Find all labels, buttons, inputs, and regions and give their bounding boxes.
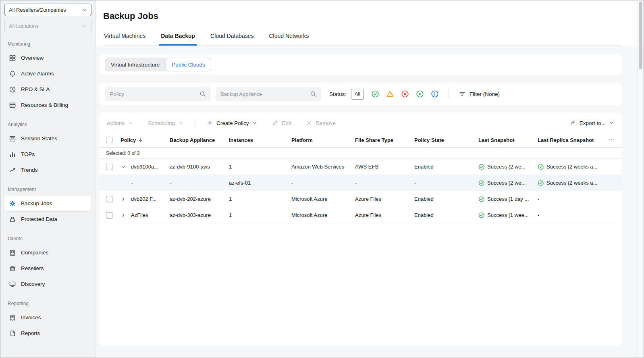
status-error-filter-button[interactable] xyxy=(401,90,409,98)
report-icon xyxy=(9,330,16,337)
sidebar-item-active-alarms[interactable]: Active Alarms xyxy=(4,66,91,81)
column-header-platform[interactable]: Platform xyxy=(291,137,355,143)
last-snapshot-text: Success (1 day ... xyxy=(487,196,529,202)
section-label-analytics: Analytics xyxy=(8,122,88,127)
sidebar-item-label: Resources & Billing xyxy=(21,102,68,108)
backup-appliance-cell: az-dvb-303-azure xyxy=(170,212,229,218)
lock-icon xyxy=(9,216,16,223)
search-icon xyxy=(199,91,206,97)
file-share-type-cell: Azure Files xyxy=(355,196,414,202)
last-snapshot-cell: Success (2 we... xyxy=(478,180,538,186)
sidebar-item-backup-jobs[interactable]: Backup Jobs xyxy=(4,196,91,211)
policy-name: AzFiles xyxy=(131,212,148,218)
bank-icon xyxy=(9,265,16,272)
expand-row-button[interactable] xyxy=(120,196,126,202)
last-snapshot-cell: Success (2 we... xyxy=(478,164,538,170)
column-header-policy-state[interactable]: Policy State xyxy=(414,137,478,143)
status-filter-icons xyxy=(371,90,439,98)
success-check-icon xyxy=(478,196,485,202)
sidebar-item-companies[interactable]: Companies xyxy=(4,245,91,260)
status-warning-filter-button[interactable] xyxy=(386,90,394,98)
table-row[interactable]: AzFiles az-dvb-303-azure 1 Microsoft Azu… xyxy=(100,207,622,223)
file-share-type-cell: Azure Files xyxy=(355,212,414,218)
status-running-filter-button[interactable] xyxy=(416,90,424,98)
section-label-reporting: Reporting xyxy=(8,301,88,306)
edit-label: Edit xyxy=(282,120,291,126)
tab-cloud-networks[interactable]: Cloud Networks xyxy=(268,33,310,45)
column-header-last-replica-snapshot[interactable]: Last Replica Snapshot xyxy=(538,137,609,143)
status-success-filter-button[interactable] xyxy=(371,90,379,98)
toggle-virtual-infrastructure[interactable]: Virtual Infrastructure xyxy=(105,58,166,71)
scrollbar-thumb[interactable] xyxy=(639,2,642,69)
chevron-down-icon xyxy=(81,23,87,29)
sidebar-item-resources-billing[interactable]: Resources & Billing xyxy=(4,97,91,113)
scheduling-label: Scheduling xyxy=(148,120,175,126)
row-checkbox[interactable] xyxy=(106,164,112,170)
expand-row-button[interactable] xyxy=(120,212,126,218)
status-all-button[interactable]: All xyxy=(351,89,364,100)
reseller-company-select[interactable]: All Resellers/Companies xyxy=(4,4,91,16)
column-options-button[interactable] xyxy=(607,136,615,144)
backup-appliance-cell: az-dvb-9100-aws xyxy=(170,164,229,170)
policy-state-cell: - xyxy=(414,180,478,186)
last-snapshot-text: Success (2 we... xyxy=(487,180,526,186)
last-replica-snapshot-cell: Success (2 weeks a... xyxy=(538,164,609,170)
export-button[interactable]: Export to... xyxy=(570,120,615,126)
table-row[interactable]: dvb202 F... az-dvb-202-azure 1 Microsoft… xyxy=(100,191,622,207)
check-circle-icon xyxy=(371,90,379,98)
tab-data-backup[interactable]: Data Backup xyxy=(160,33,196,45)
policy-name: dvb9100a... xyxy=(131,164,158,170)
column-header-policy[interactable]: Policy xyxy=(120,137,170,143)
sidebar-item-protected-data[interactable]: Protected Data xyxy=(4,211,91,227)
column-header-backup-appliance[interactable]: Backup Appliance xyxy=(170,137,229,143)
chevron-right-icon xyxy=(120,212,126,218)
collapse-row-button[interactable] xyxy=(120,164,126,170)
search-icon xyxy=(310,91,316,97)
toggle-public-clouds[interactable]: Public Clouds xyxy=(166,58,211,71)
edit-button: Edit xyxy=(272,120,291,126)
monitor-icon xyxy=(9,281,16,288)
tab-cloud-databases[interactable]: Cloud Databases xyxy=(210,33,254,45)
vertical-scrollbar[interactable] xyxy=(638,1,643,357)
create-policy-button[interactable]: Create Policy xyxy=(207,120,258,126)
filter-none-button[interactable]: Filter (None) xyxy=(459,90,500,98)
backup-appliance-search-input[interactable] xyxy=(220,91,307,97)
column-header-last-snapshot[interactable]: Last Snapshot xyxy=(478,137,538,143)
table-row[interactable]: dvb9100a... az-dvb-9100-aws 1 Amazon Web… xyxy=(100,159,622,175)
chevron-down-icon xyxy=(609,120,615,126)
status-info-filter-button[interactable] xyxy=(431,90,439,98)
column-label: Policy xyxy=(120,137,136,143)
sidebar-item-reports[interactable]: Reports xyxy=(4,325,91,341)
column-header-instances[interactable]: Instances xyxy=(229,137,291,143)
app-window: All Resellers/Companies All Locations Mo… xyxy=(0,0,644,358)
sidebar-item-trends[interactable]: Trends xyxy=(4,162,91,178)
play-circle-icon xyxy=(416,90,424,98)
trend-icon xyxy=(9,167,16,174)
row-checkbox[interactable] xyxy=(106,196,112,202)
success-check-icon xyxy=(538,164,544,170)
reseller-company-select-value: All Resellers/Companies xyxy=(9,7,66,13)
policy-name: - xyxy=(131,180,133,186)
sidebar-item-tops[interactable]: TOPs xyxy=(4,146,91,162)
view-toggle-card: Virtual Infrastructure Public Clouds xyxy=(100,54,622,75)
tab-virtual-machines[interactable]: Virtual Machines xyxy=(103,33,146,45)
sidebar-item-label: Overview xyxy=(21,55,44,61)
sidebar-item-session-states[interactable]: Session States xyxy=(4,131,91,146)
policy-search xyxy=(105,87,211,101)
column-header-file-share-type[interactable]: File Share Type xyxy=(355,137,414,143)
select-all-checkbox[interactable] xyxy=(106,137,112,143)
sidebar-item-label: Reports xyxy=(21,330,40,336)
success-check-icon xyxy=(478,180,485,186)
policy-search-input[interactable] xyxy=(110,91,196,97)
sidebar-item-discovery[interactable]: Discovery xyxy=(4,276,91,292)
table-row-child[interactable]: - - az-efs-01 - - - Success (2 we... Suc… xyxy=(100,175,622,191)
page-content: Virtual Infrastructure Public Clouds Sta… xyxy=(96,46,644,358)
policy-state-cell: Enabled xyxy=(414,164,478,170)
sidebar-item-resellers[interactable]: Resellers xyxy=(4,260,91,276)
sidebar-item-rpo-sla[interactable]: RPO & SLA xyxy=(4,81,91,97)
sidebar-item-invoices[interactable]: Invoices xyxy=(4,310,91,325)
last-snapshot-text: Success (1 wee... xyxy=(487,212,529,218)
row-checkbox[interactable] xyxy=(106,212,112,219)
status-filter-label: Status: xyxy=(329,91,346,97)
sidebar-item-overview[interactable]: Overview xyxy=(4,50,91,66)
